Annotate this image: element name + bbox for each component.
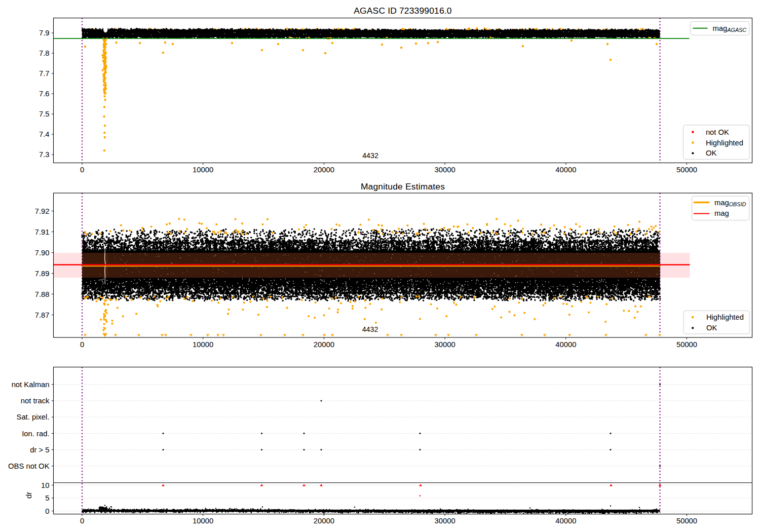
svg-text:OBS not OK: OBS not OK — [8, 462, 50, 470]
svg-text:dr: dr — [25, 492, 33, 499]
svg-text:Highlighted: Highlighted — [706, 313, 744, 321]
svg-text:Sat. pixel.: Sat. pixel. — [17, 413, 50, 421]
svg-text:7.6: 7.6 — [39, 90, 50, 98]
svg-text:20000: 20000 — [314, 166, 334, 174]
svg-text:0: 0 — [80, 517, 84, 525]
svg-text:7.3: 7.3 — [39, 150, 50, 159]
svg-text:0: 0 — [80, 166, 84, 174]
svg-text:4432: 4432 — [362, 151, 378, 160]
svg-text:AGASC ID 723399016.0: AGASC ID 723399016.0 — [354, 6, 452, 16]
svg-text:7.8: 7.8 — [39, 49, 50, 57]
svg-text:20000: 20000 — [314, 517, 334, 525]
svg-text:50000: 50000 — [676, 166, 697, 174]
svg-text:7.5: 7.5 — [39, 110, 50, 118]
svg-text:7.91: 7.91 — [35, 228, 50, 236]
svg-text:not OK: not OK — [706, 128, 729, 136]
svg-text:5: 5 — [45, 494, 49, 502]
svg-text:50000: 50000 — [676, 517, 697, 525]
svg-text:0: 0 — [45, 507, 49, 515]
svg-text:30000: 30000 — [435, 340, 455, 349]
svg-text:40000: 40000 — [555, 340, 576, 349]
svg-text:20000: 20000 — [314, 340, 334, 349]
svg-text:10000: 10000 — [193, 517, 213, 525]
svg-text:7.90: 7.90 — [35, 249, 50, 257]
svg-text:7.88: 7.88 — [35, 290, 50, 298]
svg-text:Highlighted: Highlighted — [706, 139, 743, 147]
svg-text:7.7: 7.7 — [39, 69, 50, 78]
svg-text:10: 10 — [41, 481, 49, 489]
svg-text:4432: 4432 — [362, 325, 378, 333]
svg-text:30000: 30000 — [435, 166, 455, 174]
svg-text:7.92: 7.92 — [35, 207, 50, 215]
svg-text:OK: OK — [706, 324, 717, 332]
svg-text:40000: 40000 — [555, 166, 576, 174]
svg-text:mag: mag — [714, 209, 729, 217]
svg-text:10000: 10000 — [193, 166, 213, 174]
svg-text:10000: 10000 — [193, 340, 213, 349]
svg-text:not Kalman: not Kalman — [12, 381, 50, 389]
svg-text:Magnitude Estimates: Magnitude Estimates — [361, 181, 445, 192]
svg-text:Ion. rad.: Ion. rad. — [22, 430, 49, 438]
svg-text:7.4: 7.4 — [39, 130, 50, 138]
svg-text:0: 0 — [80, 340, 84, 349]
svg-text:30000: 30000 — [435, 517, 455, 525]
svg-text:7.9: 7.9 — [39, 29, 50, 37]
svg-text:7.87: 7.87 — [35, 311, 50, 319]
svg-text:dr > 5: dr > 5 — [30, 446, 49, 454]
svg-text:40000: 40000 — [555, 517, 576, 525]
svg-text:50000: 50000 — [676, 340, 697, 349]
svg-text:7.89: 7.89 — [35, 270, 50, 278]
svg-text:not track: not track — [21, 397, 50, 405]
svg-text:OK: OK — [706, 149, 717, 157]
